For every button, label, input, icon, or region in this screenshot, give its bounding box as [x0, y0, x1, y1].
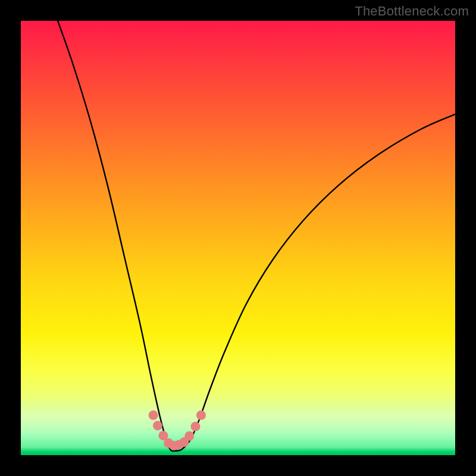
curve-svg — [21, 21, 455, 455]
bottleneck-curve — [58, 21, 455, 451]
watermark-label: TheBottleneck.com — [355, 4, 469, 19]
marker-dot — [153, 421, 162, 430]
marker-dot — [190, 422, 200, 431]
marker-dot — [149, 411, 158, 420]
marker-dot — [196, 411, 206, 420]
outer-frame: TheBottleneck.com — [0, 0, 476, 476]
marker-dot — [184, 431, 194, 441]
highlight-markers — [149, 411, 206, 450]
plot-area — [21, 21, 455, 455]
